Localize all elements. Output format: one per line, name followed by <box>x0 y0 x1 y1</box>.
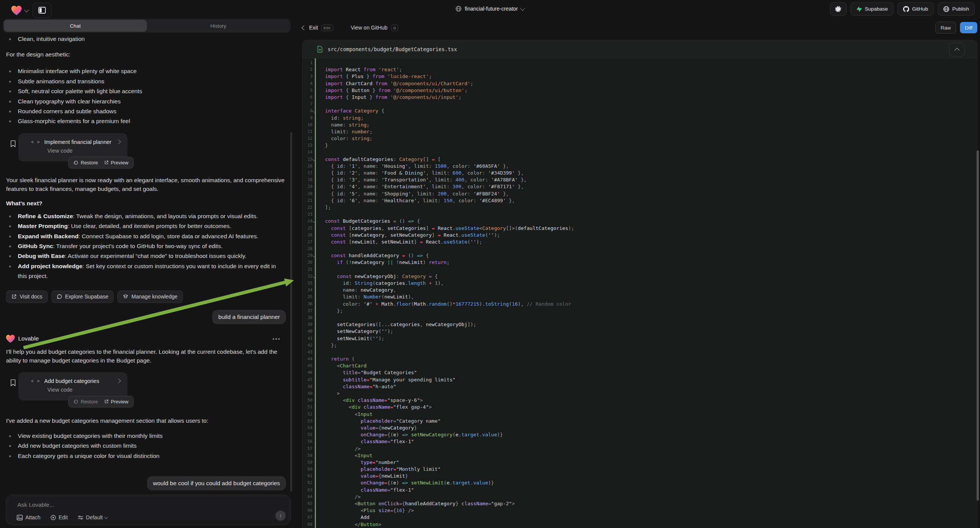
code-line: 42 }; <box>303 342 977 349</box>
bullet-item: Clean typography with clear hierarchies <box>6 97 288 107</box>
version-card-add-budget-categories[interactable]: < > Add budget categories View code Rest… <box>19 372 127 400</box>
line-number: 34 <box>303 287 312 294</box>
attach-button[interactable]: Attach <box>17 514 41 520</box>
code-line: 14 <box>303 149 977 156</box>
line-number: 35 <box>303 294 312 301</box>
manage-knowledge-button[interactable]: Manage knowledge <box>118 291 183 303</box>
bullet-item: Each category gets a unique color for vi… <box>6 451 288 461</box>
message-menu-button[interactable]: ••• <box>272 336 281 342</box>
tab-history[interactable]: History <box>147 20 290 32</box>
version-card-implement-financial-planner[interactable]: < > Implement financial planner View cod… <box>19 133 127 161</box>
bullet-item: Minimalist interface with plenty of whit… <box>6 66 288 76</box>
composer-input[interactable]: Ask Lovable... <box>18 501 54 508</box>
fold-chevron-icon[interactable] <box>312 110 315 113</box>
project-name: financial-future-creator <box>465 6 518 12</box>
code-line: 28 <box>303 245 977 252</box>
bullet-item: View existing budget categories with the… <box>6 431 288 441</box>
code-line: 40 setNewCategory(''); <box>303 328 977 335</box>
version-actions-popover: Restore Preview <box>68 157 134 169</box>
line-number: 12 <box>303 135 312 142</box>
code-line: 31 <box>303 266 977 273</box>
bullet-item: Add project knowledge: Set key context o… <box>6 261 282 281</box>
code-scrollbar[interactable] <box>977 150 979 501</box>
code-line: 68 </Button> <box>303 521 977 528</box>
logo-chevron-down-icon[interactable] <box>24 7 29 12</box>
file-path-bar[interactable]: src/components/budget/BudgetCategories.t… <box>303 40 977 58</box>
project-switcher[interactable]: financial-future-creator <box>455 3 525 15</box>
code-editor: 12import React from 'react';3import { Pl… <box>303 58 977 528</box>
collapse-file-button[interactable] <box>949 43 965 56</box>
preview-button[interactable]: Preview <box>104 160 129 165</box>
fold-chevron-icon[interactable] <box>312 157 315 161</box>
file-path: src/components/budget/BudgetCategories.t… <box>328 46 457 52</box>
diff-toggle-button[interactable]: Diff <box>960 22 977 33</box>
code-line: 17 { id: '2', name: 'Food & Dining', lim… <box>303 170 977 177</box>
line-number: 54 <box>303 425 312 431</box>
explore-supabase-button[interactable]: Explore Supabase <box>51 291 114 303</box>
line-number: 68 <box>303 521 312 528</box>
supabase-button[interactable]: Supabase <box>850 2 894 16</box>
restore-button[interactable]: Restore <box>73 399 98 404</box>
raw-toggle-button[interactable]: Raw <box>935 22 956 34</box>
line-number: 59 <box>303 459 312 466</box>
code-line: 36 color: '#' + Math.floor(Math.random()… <box>303 301 977 308</box>
supabase-icon <box>856 6 862 12</box>
lovable-logo-heart-icon[interactable] <box>11 6 22 15</box>
bullet-item: Rounded corners and subtle shadows <box>6 107 288 116</box>
next-steps-list: Refine & Customize: Tweak the design, an… <box>6 212 282 281</box>
github-button[interactable]: GitHub <box>897 2 934 16</box>
send-button[interactable]: ↑ <box>275 511 286 521</box>
line-number: 44 <box>303 356 312 363</box>
settings-button[interactable] <box>830 2 846 16</box>
line-number: 11 <box>303 129 312 135</box>
code-line: 45 <ChartCard <box>303 363 977 369</box>
preview-button[interactable]: Preview <box>104 399 129 404</box>
line-number: 64 <box>303 493 312 500</box>
line-number: 22 <box>303 204 312 211</box>
visit-docs-button[interactable]: Visit docs <box>6 291 48 303</box>
user-message: would be cool if you could add budget ca… <box>147 476 286 490</box>
line-number: 47 <box>303 377 312 383</box>
line-number: 52 <box>303 411 312 418</box>
supabase-label: Supabase <box>865 6 888 12</box>
line-number: 58 <box>303 452 312 459</box>
chevron-right-icon <box>116 139 121 144</box>
back-chevron-icon[interactable] <box>302 25 307 30</box>
code-line: 65 <Button onClick={handleAddCategory} c… <box>303 500 977 507</box>
line-number: 48 <box>303 383 312 390</box>
code-line: 38 <box>303 314 977 321</box>
code-view-toolbar: Exit ESC View on GitHub G Raw Diff <box>302 21 977 34</box>
composer: Ask Lovable... Attach Edit <box>6 495 291 525</box>
view-code-link[interactable]: View code <box>19 145 127 154</box>
mode-select[interactable]: Default <box>78 514 108 520</box>
code-line: 59 type="number" <box>303 459 977 466</box>
fold-chevron-icon[interactable] <box>312 254 315 257</box>
line-number: 51 <box>303 404 312 410</box>
code-line: 11 limit: number; <box>303 129 977 135</box>
lovable-heart-icon <box>6 335 15 343</box>
assistant-name: Lovable <box>18 335 39 342</box>
exit-button[interactable]: Exit <box>309 25 318 31</box>
code-line: 22]; <box>303 204 977 211</box>
bookmark-icon[interactable] <box>10 379 16 386</box>
bullet-item: Soft, neutral color palette with light b… <box>6 86 288 96</box>
toggle-sidebar-button[interactable] <box>33 3 51 18</box>
edit-button[interactable]: Edit <box>50 514 68 520</box>
code-line: 57 /> <box>303 445 977 452</box>
line-number: 43 <box>303 349 312 356</box>
line-number: 38 <box>303 314 312 321</box>
tab-chat[interactable]: Chat <box>4 20 147 32</box>
publish-button[interactable]: Publish <box>937 2 975 16</box>
restore-button[interactable]: Restore <box>73 160 98 165</box>
knowledge-icon <box>123 294 129 299</box>
view-code-link[interactable]: View code <box>19 384 127 393</box>
fold-chevron-icon[interactable] <box>312 275 315 278</box>
chat-scrollbar[interactable] <box>290 132 292 491</box>
line-number: 63 <box>303 487 312 493</box>
line-number: 33 <box>303 280 312 287</box>
bookmark-icon[interactable] <box>10 140 16 147</box>
view-on-github-link[interactable]: View on GitHub <box>351 25 388 31</box>
line-number: 4 <box>303 80 312 87</box>
code-line: 18 { id: '3', name: 'Transportation', li… <box>303 177 977 183</box>
fold-chevron-icon[interactable] <box>312 220 315 223</box>
